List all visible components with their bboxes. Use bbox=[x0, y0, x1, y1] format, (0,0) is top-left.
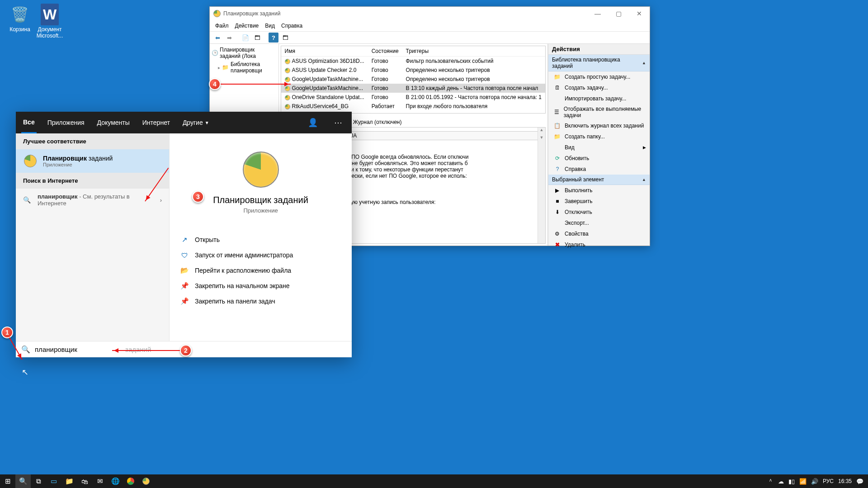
action-properties[interactable]: ⚙Свойства bbox=[548, 228, 650, 239]
folder-icon: 📁 bbox=[222, 64, 229, 71]
back-icon[interactable]: ⬅ bbox=[212, 33, 222, 43]
onedrive-icon[interactable]: ☁ bbox=[778, 478, 784, 485]
toolbar-help-icon[interactable]: ? bbox=[269, 33, 278, 43]
taskbar-mail[interactable]: ✉ bbox=[92, 474, 108, 488]
wifi-icon[interactable]: 📶 bbox=[799, 478, 807, 485]
feedback-icon[interactable]: 👤 bbox=[305, 118, 321, 128]
task-icon: 🗓 bbox=[554, 84, 561, 91]
action-help[interactable]: ?Справка bbox=[548, 164, 650, 175]
action-run[interactable]: ▶Выполнить bbox=[548, 185, 650, 196]
scrollbar[interactable]: ▲▼ bbox=[538, 128, 545, 243]
task-row-selected[interactable]: GoogleUpdateTaskMachine...ГотовоВ 13:10 … bbox=[281, 84, 545, 93]
stop-icon: ■ bbox=[554, 198, 561, 205]
language-indicator[interactable]: РУС bbox=[823, 478, 834, 484]
toolbar: ⬅ ➡ 📄 🗔 ? 🗔 bbox=[210, 31, 650, 44]
toolbar-new-icon[interactable]: 📄 bbox=[241, 33, 250, 43]
close-button[interactable]: ✕ bbox=[629, 7, 650, 20]
volume-icon[interactable]: 🔊 bbox=[811, 478, 818, 485]
play-icon: ▶ bbox=[554, 187, 561, 194]
task-row[interactable]: ASUS Optimization 36D18D...ГотовоФильтр … bbox=[281, 57, 545, 66]
chevron-up-icon: ▲ bbox=[642, 177, 646, 182]
search-icon: 🔍 bbox=[21, 345, 30, 354]
action-open-location[interactable]: 📂Перейти к расположению файла bbox=[179, 263, 343, 278]
search-tab-all[interactable]: Все bbox=[21, 112, 37, 133]
action-end[interactable]: ■Завершить bbox=[548, 196, 650, 207]
search-tab-web[interactable]: Интернет bbox=[141, 112, 172, 133]
action-disable[interactable]: ⬇Отключить bbox=[548, 207, 650, 218]
annotation-1: 1 bbox=[1, 327, 13, 338]
action-center-icon[interactable]: 💬 bbox=[856, 478, 863, 485]
action-view[interactable]: Вид▶ bbox=[548, 142, 650, 153]
more-icon[interactable]: ⋯ bbox=[330, 118, 346, 128]
actions-section-selected[interactable]: Выбранный элемент▲ bbox=[548, 175, 650, 185]
desktop-icon-recycle[interactable]: 🗑️ Корзина bbox=[6, 4, 33, 33]
menu-help[interactable]: Справка bbox=[281, 23, 302, 29]
menu-file[interactable]: Файл bbox=[215, 23, 229, 29]
maximize-button[interactable]: ▢ bbox=[608, 7, 629, 20]
taskbar-chrome[interactable] bbox=[123, 474, 138, 488]
battery-icon[interactable]: ▮▯ bbox=[788, 478, 795, 485]
task-scheduler-icon bbox=[243, 152, 279, 188]
taskbar-store[interactable]: 🛍 bbox=[77, 474, 92, 488]
clock[interactable]: 16:35 bbox=[838, 478, 852, 484]
action-new-folder[interactable]: 📁Создать папку... bbox=[548, 131, 650, 142]
col-name[interactable]: Имя bbox=[281, 46, 368, 57]
action-pin-taskbar[interactable]: 📌Закрепить на панели задач bbox=[179, 294, 343, 309]
taskbar-scheduler[interactable] bbox=[138, 474, 154, 488]
tab-history[interactable]: Журнал (отключен) bbox=[349, 117, 406, 127]
action-export[interactable]: Экспорт... bbox=[548, 218, 650, 228]
desktop-icon-word[interactable]: W Документ Microsoft... bbox=[36, 4, 63, 39]
start-button[interactable]: ⊞ bbox=[0, 474, 15, 488]
task-icon bbox=[285, 59, 290, 64]
col-triggers[interactable]: Триггеры bbox=[402, 46, 545, 57]
disable-icon: ⬇ bbox=[554, 208, 561, 216]
pin-icon: 📌 bbox=[180, 282, 189, 290]
task-row[interactable]: GoogleUpdateTaskMachine...ГотовоОпределе… bbox=[281, 75, 545, 84]
folder-icon: 📂 bbox=[180, 266, 189, 275]
task-row[interactable]: ASUS Update Checker 2.0ГотовоОпределено … bbox=[281, 66, 545, 75]
action-import-task[interactable]: Импортировать задачу... bbox=[548, 93, 650, 104]
action-create-task[interactable]: 🗓Создать задачу... bbox=[548, 82, 650, 93]
action-enable-history[interactable]: 📋Включить журнал всех заданий bbox=[548, 120, 650, 131]
menu-action[interactable]: Действие bbox=[235, 23, 259, 29]
search-button[interactable]: 🔍 bbox=[15, 474, 31, 488]
action-refresh[interactable]: ⟳Обновить bbox=[548, 153, 650, 164]
taskbar-edge[interactable]: 🌐 bbox=[108, 474, 123, 488]
search-result-planner[interactable]: Планировщик заданий Приложение bbox=[16, 149, 169, 173]
list-icon: ☰ bbox=[554, 109, 560, 116]
action-show-running[interactable]: ☰Отображать все выполняемые задачи bbox=[548, 104, 650, 120]
result-title: Планировщик заданий bbox=[43, 155, 113, 162]
expand-icon[interactable]: ▸ bbox=[218, 65, 220, 70]
toolbar-show-icon[interactable]: 🗔 bbox=[252, 33, 262, 43]
action-delete[interactable]: ✖Удалить bbox=[548, 239, 650, 250]
action-run-admin[interactable]: 🛡Запуск от имени администратора bbox=[179, 247, 343, 263]
toolbar-props-icon[interactable]: 🗔 bbox=[280, 33, 290, 43]
taskbar-explorer[interactable]: 📁 bbox=[61, 474, 77, 488]
search-tabs: Все Приложения Документы Интернет Другие… bbox=[16, 112, 352, 133]
taskbar-app[interactable]: ▭ bbox=[46, 474, 61, 488]
action-open[interactable]: ↗Открыть bbox=[179, 232, 343, 247]
search-tab-docs[interactable]: Документы bbox=[95, 112, 132, 133]
tray-chevron-icon[interactable]: ＾ bbox=[768, 477, 774, 485]
actions-section-library[interactable]: Библиотека планировщика заданий▲ bbox=[548, 55, 650, 71]
tree-library[interactable]: ▸ 📁 Библиотека планировщи bbox=[212, 60, 277, 75]
task-view-button[interactable]: ⧉ bbox=[31, 474, 46, 488]
pin-icon: 📌 bbox=[180, 297, 189, 305]
actions-pane: Действия Библиотека планировщика заданий… bbox=[548, 44, 650, 246]
col-state[interactable]: Состояние bbox=[368, 46, 402, 57]
titlebar[interactable]: Планировщик заданий bbox=[210, 7, 650, 20]
task-row[interactable]: OneDrive Standalone Updat...ГотовоВ 21:0… bbox=[281, 93, 545, 102]
action-create-basic-task[interactable]: 📁Создать простую задачу... bbox=[548, 71, 650, 82]
search-tab-more[interactable]: Другие ▼ bbox=[181, 112, 211, 133]
tree-root[interactable]: 🕒 Планировщик заданий (Лока bbox=[212, 46, 277, 60]
minimize-button[interactable]: — bbox=[587, 7, 608, 20]
annotation-2: 2 bbox=[112, 345, 192, 356]
taskbar: ⊞ 🔍 ⧉ ▭ 📁 🛍 ✉ 🌐 ＾ ☁ ▮▯ 📶 🔊 РУС 16:35 💬 bbox=[0, 474, 868, 488]
search-tab-apps[interactable]: Приложения bbox=[46, 112, 86, 133]
menu-view[interactable]: Вид bbox=[265, 23, 275, 29]
task-list: Имя Состояние Триггеры ASUS Optimization… bbox=[281, 46, 546, 114]
task-row[interactable]: RtkAudUService64_BGРаботаетПри входе люб… bbox=[281, 102, 545, 111]
preview-subtitle: Приложение bbox=[179, 207, 343, 214]
forward-icon[interactable]: ➡ bbox=[224, 33, 234, 43]
action-pin-start[interactable]: 📌Закрепить на начальном экране bbox=[179, 278, 343, 294]
